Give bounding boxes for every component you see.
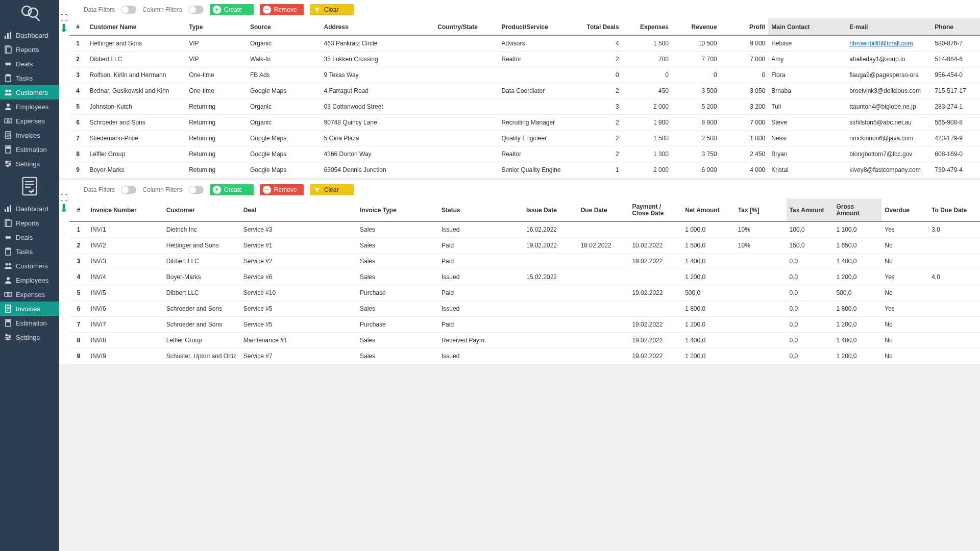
column-header[interactable]: Expenses	[622, 18, 672, 35]
column-header[interactable]: Main Contact	[768, 18, 846, 35]
table-row[interactable]: 9INV/9Schuster, Upton and OrtizService #…	[69, 348, 980, 364]
column-header[interactable]: Deal	[240, 198, 357, 221]
remove-button[interactable]: −Remove	[260, 4, 304, 15]
sidebar-item-invoices[interactable]: Invoices	[0, 128, 59, 142]
column-header[interactable]: Payment / Close Date	[629, 198, 682, 221]
sidebar-item-expenses[interactable]: Expenses	[0, 114, 59, 128]
arrow-down-icon[interactable]: ⬇	[59, 203, 68, 214]
column-header[interactable]: Address	[321, 18, 435, 35]
column-filters-toggle[interactable]	[188, 186, 204, 194]
arrow-down-icon[interactable]: ⬇	[59, 23, 68, 34]
column-header[interactable]: Phone	[932, 18, 980, 35]
sidebar-item-employees[interactable]: Employees	[0, 99, 59, 114]
data-filters-toggle[interactable]	[121, 6, 136, 14]
column-header[interactable]: #	[69, 198, 88, 221]
clear-button[interactable]: Clear	[310, 184, 354, 195]
table-row[interactable]: 5Johnston-KutchReturningOrganic03 Cotton…	[69, 99, 980, 115]
data-filters-toggle[interactable]	[121, 186, 136, 194]
table-row[interactable]: 7Stiedemann-PriceReturningGoogle Maps5 G…	[69, 131, 980, 146]
create-button[interactable]: +Create	[210, 184, 254, 195]
table-row[interactable]: 3INV/3Dibbert LLCService #2SalesPaid19.0…	[69, 254, 980, 269]
sidebar-item-reports[interactable]: Reports	[0, 216, 59, 230]
column-header[interactable]: Invoice Type	[357, 198, 438, 221]
column-header[interactable]: Gross Amount	[833, 198, 881, 221]
column-header[interactable]: Revenue	[672, 18, 720, 35]
column-header[interactable]: To Due Date	[928, 198, 980, 221]
expand-icon[interactable]: ⛶	[60, 193, 68, 202]
table-row[interactable]: 1INV/1Dietrich IncService #3SalesIssued1…	[69, 221, 980, 238]
table-cell	[735, 317, 787, 333]
column-header[interactable]: E-mail	[846, 18, 932, 35]
table-cell: 3	[69, 254, 88, 269]
column-header[interactable]: Customer	[163, 198, 240, 221]
table-cell: INV/5	[88, 285, 163, 301]
column-header[interactable]: Issue Date	[523, 198, 578, 221]
sidebar-item-deals[interactable]: Deals	[0, 230, 59, 244]
sidebar-item-settings[interactable]: Settings	[0, 157, 59, 171]
table-cell: 7	[69, 131, 86, 146]
table-cell: Steve	[768, 115, 846, 131]
table-cell: 8	[69, 146, 86, 162]
sidebar-item-reports[interactable]: Reports	[0, 42, 59, 57]
table-row[interactable]: 8INV/8Leffler GroupMaintenance #1SalesRe…	[69, 333, 980, 348]
money-icon	[4, 117, 12, 125]
table-row[interactable]: 9Boyer-MarksReturningGoogle Maps63054 De…	[69, 162, 980, 178]
sidebar-item-tasks[interactable]: Tasks	[0, 71, 59, 85]
sidebar-item-deals[interactable]: Deals	[0, 57, 59, 71]
svg-point-54	[6, 335, 8, 336]
column-filters-toggle[interactable]	[188, 6, 204, 14]
table-row[interactable]: 2INV/2Hettinger and SonsService #1SalesP…	[69, 238, 980, 254]
column-header[interactable]: Product/Service	[498, 18, 572, 35]
sidebar-item-expenses[interactable]: Expenses	[0, 287, 59, 302]
column-header[interactable]: #	[69, 18, 86, 35]
sidebar-item-dashboard[interactable]: Dashboard	[0, 202, 59, 216]
sidebar-item-estimation[interactable]: Estimation	[0, 316, 59, 330]
table-row[interactable]: 6Schroeder and SonsReturningOrganic90748…	[69, 115, 980, 131]
sidebar-item-customers[interactable]: Customers	[0, 259, 59, 273]
table-cell: 450	[622, 83, 672, 99]
sidebar-item-settings[interactable]: Settings	[0, 330, 59, 344]
create-button[interactable]: +Create	[210, 4, 254, 15]
column-header[interactable]: Type	[186, 18, 247, 35]
table-row[interactable]: 5INV/5Dibbert LLCService #10PurchasePaid…	[69, 285, 980, 301]
table-cell: Paid	[438, 254, 523, 269]
column-header[interactable]: Status	[438, 198, 523, 221]
table-row[interactable]: 4INV/4Boyer-MarksService #6SalesIssued15…	[69, 269, 980, 285]
column-header[interactable]: Invoice Number	[88, 198, 163, 221]
expand-icon[interactable]: ⛶	[60, 13, 68, 22]
table-cell: 1 200,0	[682, 269, 735, 285]
table-row[interactable]: 3Rolfson, Kirlin and HermannOne-timeFB A…	[69, 67, 980, 83]
table-cell	[434, 35, 498, 52]
email-link[interactable]: hbrownbill0@tmall.com	[849, 40, 913, 47]
sidebar-item-employees[interactable]: Employees	[0, 273, 59, 287]
chart-icon	[4, 31, 12, 39]
table-cell: Leffler Group	[86, 146, 186, 162]
column-header[interactable]: Tax Amount	[787, 198, 834, 221]
sidebar-item-dashboard[interactable]: Dashboard	[0, 28, 59, 42]
table-cell: Hettinger and Sons	[163, 238, 240, 254]
column-header[interactable]: Customer Name	[86, 18, 186, 35]
column-header[interactable]: Due Date	[578, 198, 629, 221]
column-header[interactable]: Net Amount	[682, 198, 735, 221]
column-header[interactable]: Tax [%]	[735, 198, 787, 221]
table-cell: 2	[69, 52, 86, 67]
table-row[interactable]: 8Leffler GroupReturningGoogle Maps4366 D…	[69, 146, 980, 162]
column-header[interactable]: Total Deals	[572, 18, 622, 35]
column-header[interactable]: Profit	[720, 18, 769, 35]
table-row[interactable]: 4Bednar, Gusikowski and KihnOne-timeGoog…	[69, 83, 980, 99]
sidebar-item-tasks[interactable]: Tasks	[0, 244, 59, 259]
sidebar-item-estimation[interactable]: Estimation	[0, 142, 59, 157]
remove-button[interactable]: −Remove	[260, 184, 304, 195]
invoices-panel: Data Filters Column Filters +Create −Rem…	[59, 180, 980, 364]
table-row[interactable]: 2Dibbert LLCVIPWalk-In35 Lukken Crossing…	[69, 52, 980, 67]
column-header[interactable]: Country/State	[434, 18, 498, 35]
sidebar-item-invoices[interactable]: Invoices	[0, 302, 59, 316]
table-row[interactable]: 6INV/6Schroeder and SonsService #5SalesI…	[69, 301, 980, 317]
sidebar-item-customers[interactable]: Customers	[0, 85, 59, 99]
table-row[interactable]: 7INV/7Schroeder and SonsService #5Purcha…	[69, 317, 980, 333]
column-header[interactable]: Overdue	[881, 198, 928, 221]
clear-button[interactable]: Clear	[310, 4, 354, 15]
table-cell: Walk-In	[247, 52, 321, 67]
column-header[interactable]: Source	[247, 18, 321, 35]
table-row[interactable]: 1Hettinger and SonsVIPOrganic463 Pankrat…	[69, 35, 980, 52]
